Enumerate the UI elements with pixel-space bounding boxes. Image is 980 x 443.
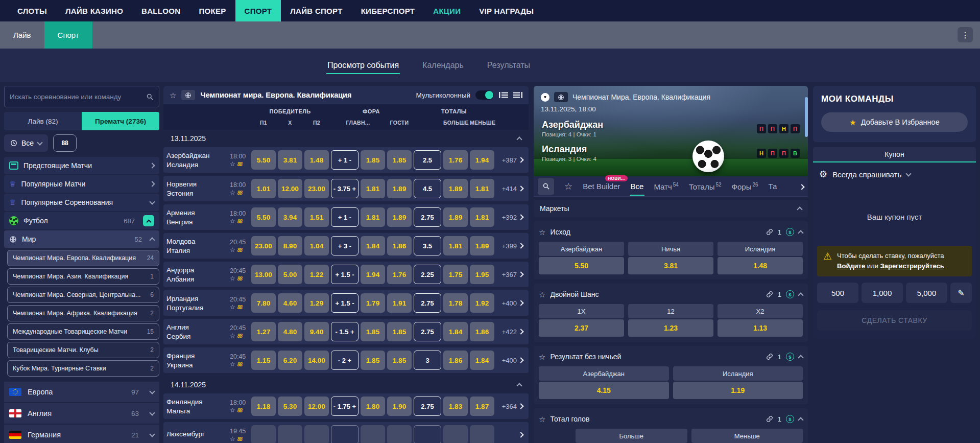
- sidebar-item[interactable]: Предстоящие Матчи: [4, 157, 159, 174]
- total-line[interactable]: 2.5: [414, 150, 441, 170]
- total-line[interactable]: 2.75: [414, 397, 441, 416]
- odd-over[interactable]: 1.83: [443, 397, 468, 416]
- favorite-star-icon[interactable]: ☆: [539, 353, 545, 361]
- favorite-star-icon[interactable]: ☆: [539, 291, 545, 298]
- view-tab[interactable]: Просмотр события: [326, 55, 400, 76]
- market-odd-button[interactable]: 4.15: [539, 382, 669, 399]
- total-line[interactable]: 3.5: [414, 236, 441, 255]
- league-item[interactable]: Кубок Мира. Турнирные Ставки2: [7, 360, 159, 377]
- league-item[interactable]: Чемпионат Мира. Европа. Квалификация24: [7, 250, 159, 266]
- market-tab[interactable]: Bet BuilderНОВИ...: [583, 177, 620, 196]
- odd-handicap-away[interactable]: 1.89: [387, 207, 412, 227]
- odd-over[interactable]: 1.84: [443, 322, 468, 341]
- favorite-star-icon[interactable]: ☆: [230, 275, 235, 282]
- event-teams[interactable]: МолдоваИталия: [166, 238, 228, 254]
- odd-x[interactable]: 3.94: [278, 207, 302, 227]
- odd-under[interactable]: 1.84: [470, 351, 494, 370]
- add-favorites-button[interactable]: ★ Добавьте В Избранное: [821, 112, 968, 132]
- league-item[interactable]: Международные Товарищеские Матчи15: [7, 323, 159, 340]
- country-item[interactable]: Германия21: [4, 425, 159, 443]
- odd-p2[interactable]: 14.00: [304, 351, 329, 370]
- event-teams[interactable]: АзербайджанИсландия: [166, 152, 228, 169]
- country-item[interactable]: Европа97: [4, 382, 159, 402]
- list-view-left-icon[interactable]: [499, 91, 508, 99]
- odd-handicap-home[interactable]: 1.84: [361, 236, 385, 255]
- odd-x[interactable]: 4.80: [278, 322, 302, 341]
- event-teams[interactable]: НорвегияЭстония: [166, 180, 228, 197]
- odd-handicap-away[interactable]: 1.85: [387, 351, 412, 370]
- favorite-star-icon[interactable]: ☆: [230, 304, 235, 310]
- odd-p2[interactable]: 1.51: [304, 207, 329, 227]
- odds-format-button[interactable]: 88: [53, 134, 77, 152]
- top-nav-item[interactable]: АКЦИИ: [424, 0, 470, 21]
- market-odd-button[interactable]: 1.48: [718, 257, 803, 274]
- market-header[interactable]: ☆Двойной Шанс1$: [539, 288, 803, 301]
- odd-over[interactable]: 1.81: [443, 236, 468, 255]
- kebab-menu-button[interactable]: ⋮: [958, 27, 973, 42]
- more-markets-count[interactable]: +367: [496, 271, 517, 278]
- odd-x[interactable]: 6.20: [278, 351, 302, 370]
- odd-over[interactable]: 1.86: [443, 351, 468, 370]
- odd-handicap-home[interactable]: 1.80: [361, 397, 385, 416]
- odd-over[interactable]: 1.89: [443, 179, 468, 198]
- favorite-star-icon[interactable]: ☆: [170, 91, 176, 99]
- ask-mode-dropdown[interactable]: ⚙ Всегда спрашивать: [813, 162, 976, 186]
- edit-stake-button[interactable]: ✎: [950, 283, 972, 303]
- event-teams[interactable]: АнглияСербия: [166, 323, 228, 340]
- market-search-button[interactable]: [538, 178, 554, 195]
- odd-handicap-away[interactable]: 1.85: [387, 322, 412, 341]
- detail-scrollbar[interactable]: [805, 97, 808, 137]
- odd-under[interactable]: 1.94: [470, 150, 494, 170]
- handicap-line[interactable]: - 3.75 +: [331, 179, 358, 198]
- handicap-line[interactable]: + 3 -: [331, 236, 358, 255]
- event-teams[interactable]: АрменияВенгрия: [166, 209, 228, 226]
- top-nav-item[interactable]: КИБЕРСПОРТ: [352, 0, 424, 21]
- total-line[interactable]: 2.25: [414, 265, 441, 284]
- handicap-line[interactable]: [331, 425, 358, 443]
- more-markets-count[interactable]: +422: [496, 328, 517, 336]
- coupon-tab[interactable]: Купон: [813, 147, 976, 162]
- odd-handicap-home[interactable]: 1.85: [361, 150, 385, 170]
- handicap-line[interactable]: + 1.5 -: [331, 293, 358, 313]
- favorite-star-icon[interactable]: ☆: [539, 228, 545, 236]
- odd-over[interactable]: [443, 425, 468, 443]
- odd-p1[interactable]: 7.80: [251, 293, 276, 313]
- odd-p1[interactable]: [251, 425, 276, 443]
- odd-p2[interactable]: 23.00: [304, 179, 329, 198]
- more-markets-count[interactable]: +400: [496, 299, 517, 307]
- mode-toggle-button[interactable]: Прематч (2736): [82, 112, 159, 130]
- odd-p2[interactable]: 1.29: [304, 293, 329, 313]
- multicolumn-toggle[interactable]: [475, 90, 494, 100]
- login-link[interactable]: Войдите: [837, 262, 865, 270]
- odd-under[interactable]: 1.81: [470, 179, 494, 198]
- handicap-line[interactable]: + 1 -: [331, 150, 358, 170]
- odd-x[interactable]: 5.00: [278, 265, 302, 284]
- odd-x[interactable]: 12.00: [278, 179, 302, 198]
- date-separator[interactable]: 14.11.2025: [163, 376, 529, 393]
- odd-p1[interactable]: 1.15: [251, 351, 276, 370]
- odd-under[interactable]: 1.95: [470, 265, 494, 284]
- total-line[interactable]: 4.5: [414, 179, 441, 198]
- league-item[interactable]: Товарищеские Матчи. Клубы2: [7, 342, 159, 358]
- market-header[interactable]: ☆Результат без ничьей1$: [539, 350, 803, 363]
- market-odd-button[interactable]: 1.13: [718, 319, 803, 337]
- register-link[interactable]: Зарегистрируйтесь: [880, 262, 944, 270]
- view-tab[interactable]: Календарь: [421, 55, 465, 76]
- total-line[interactable]: 2.75: [414, 322, 441, 341]
- odd-handicap-home[interactable]: 1.79: [361, 293, 385, 313]
- sub-nav-tab[interactable]: Спорт: [44, 21, 92, 49]
- more-markets-count[interactable]: +387: [496, 156, 517, 164]
- more-markets-count[interactable]: +399: [496, 242, 517, 250]
- event-teams[interactable]: ФинляндияМальта: [166, 398, 228, 415]
- market-odd-button[interactable]: 5.50: [539, 257, 624, 274]
- search-input[interactable]: [10, 93, 146, 101]
- odd-p2[interactable]: 1.48: [304, 150, 329, 170]
- league-item[interactable]: Чемпионат Мира. Азия. Квалификация1: [7, 268, 159, 285]
- place-bet-button[interactable]: СДЕЛАТЬ СТАВКУ: [817, 310, 972, 331]
- odd-handicap-home[interactable]: 1.81: [361, 179, 385, 198]
- odd-p1[interactable]: 1.18: [251, 397, 276, 416]
- odd-p1[interactable]: 13.00: [251, 265, 276, 284]
- favorite-star-icon[interactable]: ☆: [230, 161, 235, 167]
- odd-handicap-home[interactable]: 1.85: [361, 322, 385, 341]
- odd-p1[interactable]: 23.00: [251, 236, 276, 255]
